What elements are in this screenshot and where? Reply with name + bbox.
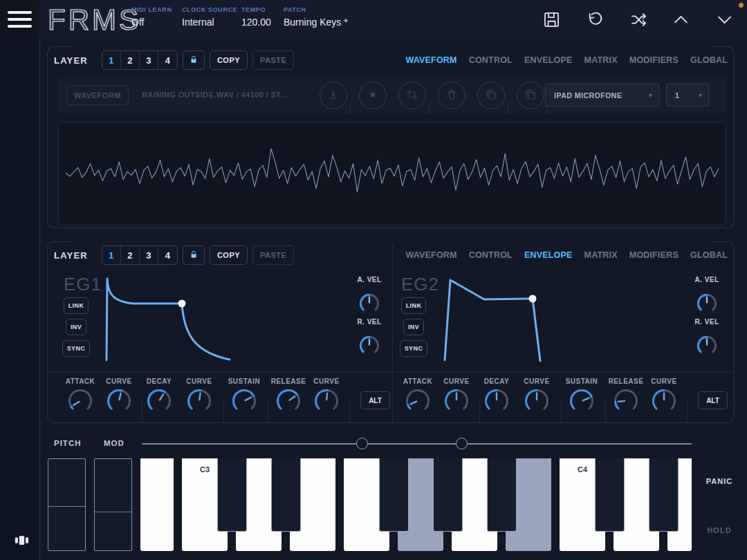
record-sample-button[interactable] [359, 82, 387, 109]
eg1-decay-2-knob[interactable] [146, 388, 172, 414]
shuffle-button[interactable] [629, 10, 648, 29]
eg2-sync-toggle[interactable]: SYNC [400, 340, 428, 357]
tab-waveform[interactable]: WAVEFORM [405, 250, 456, 260]
eg1-curve-6-knob[interactable] [313, 388, 340, 414]
midi-learn-value: Off [131, 17, 172, 28]
paste-sample-button[interactable] [517, 82, 544, 109]
eg2-r-vel-knob[interactable] [696, 335, 718, 357]
range-handle-1[interactable] [356, 438, 368, 449]
eg1-curve-1-knob[interactable] [106, 388, 132, 414]
eg2-curve-editor[interactable] [434, 274, 690, 365]
tab-matrix[interactable]: MATRIX [584, 55, 618, 65]
waveform-source-button[interactable]: WAVEFORM [66, 86, 129, 105]
eg2-attack-0-knob[interactable] [405, 388, 431, 414]
eg1-curve-editor[interactable] [97, 274, 353, 365]
key-a-3[interactable] [487, 458, 517, 532]
eg2-curve-3-knob[interactable] [524, 388, 550, 414]
layer-lock-button[interactable] [183, 245, 205, 265]
tab-modifiers[interactable]: MODIFIERS [629, 55, 679, 65]
waveform-display[interactable] [58, 122, 726, 225]
tab-waveform[interactable]: WAVEFORM [405, 55, 456, 65]
key-f-3[interactable] [379, 458, 409, 532]
mod-wheel-label: MOD [104, 439, 124, 447]
paste-button[interactable]: PASTE [252, 245, 294, 265]
eg2-link-toggle[interactable]: LINK [401, 297, 427, 314]
midi-learn-field[interactable]: MIDI LEARNOff [131, 6, 172, 28]
layer-1-button[interactable]: 1 [102, 51, 121, 69]
save-button[interactable] [542, 10, 561, 29]
eg2-sustain-4-knob[interactable] [569, 388, 595, 414]
download-sample-button[interactable] [320, 82, 347, 109]
input-source-dropdown[interactable]: IPAD MICROFONE ▾ [545, 84, 659, 106]
layer-1-button[interactable]: 1 [102, 246, 121, 264]
eg1-alt-button[interactable]: ALT [360, 391, 390, 409]
undo-button[interactable] [585, 10, 604, 29]
chevron-up-button[interactable] [672, 10, 690, 29]
eg2-release-5-knob[interactable] [613, 388, 639, 414]
tab-global[interactable]: GLOBAL [690, 55, 728, 65]
eg1-curve-3-knob[interactable] [186, 388, 212, 414]
mod-wheel[interactable] [94, 458, 132, 551]
eg2-alt-button[interactable]: ALT [698, 391, 728, 409]
hold-button[interactable]: HOLD [697, 525, 741, 535]
tab-matrix[interactable]: MATRIX [584, 250, 618, 260]
eg1-r-vel-knob[interactable] [358, 335, 380, 357]
eg1-attack-0-knob[interactable] [67, 388, 93, 414]
keyboard-range-slider[interactable] [142, 443, 692, 445]
key-c-4[interactable] [595, 458, 625, 532]
paste-button[interactable]: PASTE [252, 50, 294, 70]
pitch-wheel[interactable] [48, 458, 86, 551]
key-g-3[interactable] [433, 458, 463, 532]
eg2-a-vel-knob[interactable] [696, 292, 718, 315]
eg2-title: EG2 [401, 274, 439, 295]
layer-lock-button[interactable] [183, 50, 205, 70]
eg2-curve-1-knob[interactable] [443, 388, 470, 414]
layer-label: LAYER [54, 248, 92, 263]
panic-button[interactable]: PANIC [697, 476, 741, 486]
copy-button[interactable]: COPY [210, 245, 248, 265]
copy-sample-button[interactable] [477, 82, 505, 109]
eg1-inv-toggle[interactable]: INV [66, 319, 86, 335]
key-d-3[interactable] [271, 458, 301, 532]
menu-button[interactable] [0, 0, 39, 39]
clock-source-field[interactable]: CLOCK SOURCEInternal [182, 6, 237, 28]
eg1-link-toggle[interactable]: LINK [64, 297, 89, 314]
layer-2-button[interactable]: 2 [121, 51, 140, 69]
chevron-down-icon: ▾ [699, 91, 702, 99]
patch-field[interactable]: PATCHBurning Keys * [284, 6, 348, 28]
eg2-curve-6-knob[interactable] [651, 388, 677, 414]
eg1-sync-toggle[interactable]: SYNC [62, 340, 91, 357]
tab-global[interactable]: GLOBAL [690, 250, 728, 260]
range-handle-2[interactable] [456, 438, 468, 449]
tempo-label: TEMPO [241, 6, 271, 13]
eg1-a-vel-knob[interactable] [358, 292, 380, 315]
eg2-inv-toggle[interactable]: INV [403, 319, 424, 335]
tab-control[interactable]: CONTROL [469, 55, 513, 65]
paste-icon [524, 88, 537, 103]
key-c-3[interactable] [217, 458, 247, 532]
panel-view-button[interactable] [8, 532, 30, 550]
tab-modifiers[interactable]: MODIFIERS [629, 250, 679, 260]
layer-3-button[interactable]: 3 [140, 51, 158, 69]
layer-2-button[interactable]: 2 [121, 246, 140, 264]
layer-4-button[interactable]: 4 [158, 246, 177, 264]
layer-4-button[interactable]: 4 [158, 51, 177, 69]
envelope-divider-horizontal [48, 372, 733, 373]
key-d-4[interactable] [649, 458, 679, 532]
eg1-sustain-handle[interactable] [178, 300, 186, 308]
layer-3-button[interactable]: 3 [140, 246, 158, 264]
chevron-down-button[interactable] [715, 10, 734, 29]
tab-envelope[interactable]: ENVELOPE [524, 250, 573, 260]
tab-envelope[interactable]: ENVELOPE [524, 55, 573, 65]
eg1-release-5-knob[interactable] [275, 388, 302, 414]
channel-dropdown[interactable]: 1 ▾ [666, 84, 709, 106]
crop-sample-button[interactable] [398, 82, 426, 109]
tab-control[interactable]: CONTROL [469, 250, 513, 260]
trash-sample-button[interactable] [438, 82, 465, 109]
eg1-sustain-4-knob[interactable] [231, 388, 257, 414]
eg2-sustain-handle[interactable] [529, 295, 537, 303]
tempo-field[interactable]: TEMPO120.00 [241, 6, 271, 28]
eg2-decay-2-knob[interactable] [483, 388, 510, 414]
copy-button[interactable]: COPY [210, 50, 248, 70]
key-b2[interactable] [140, 458, 174, 551]
